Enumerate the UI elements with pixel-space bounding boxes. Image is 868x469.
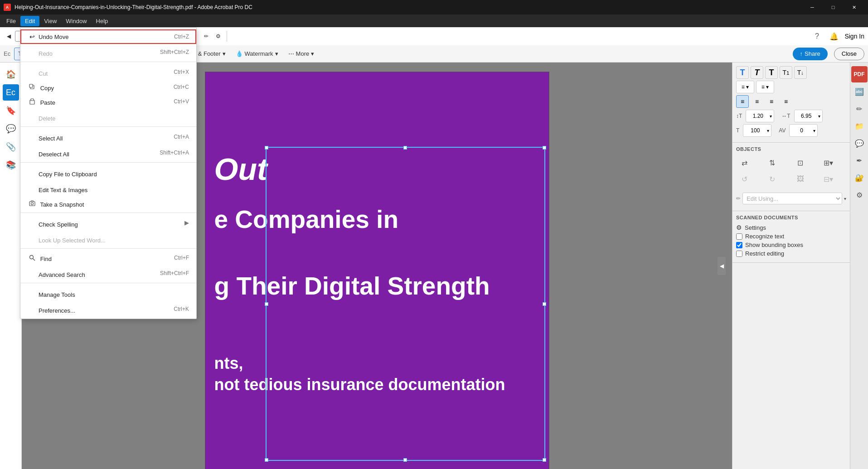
deselectall-shortcut: Shift+Ctrl+A (160, 150, 189, 156)
selectall-icon (28, 131, 37, 140)
paste-icon (28, 97, 37, 106)
selectall-shortcut: Ctrl+A (174, 134, 189, 140)
divider-3 (20, 162, 196, 163)
menu-find[interactable]: Find Ctrl+F (20, 251, 196, 265)
menu-redo[interactable]: Redo Shift+Ctrl+Z (20, 44, 196, 60)
lookup-icon (28, 233, 37, 242)
find-icon (28, 253, 37, 262)
menu-cut[interactable]: Cut Ctrl+X (20, 64, 196, 80)
menu-copyfile[interactable]: Copy File to Clipboard (20, 164, 196, 180)
managetools-icon (28, 288, 37, 297)
edittextimages-icon (28, 183, 37, 192)
copy-icon (28, 82, 37, 92)
menu-managetools[interactable]: Manage Tools (20, 285, 196, 301)
menu-delete[interactable]: Delete (20, 109, 196, 125)
svg-rect-4 (29, 202, 35, 206)
menu-undo[interactable]: ↩Undo Move Ctrl+Z (20, 29, 196, 44)
menu-advancedsearch[interactable]: Advanced Search Shift+Ctrl+F (20, 265, 196, 281)
menu-preferences[interactable]: Preferences... Ctrl+K (20, 301, 196, 317)
menu-copy[interactable]: Copy Ctrl+C (20, 80, 196, 94)
svg-rect-1 (29, 84, 33, 87)
menu-lookup[interactable]: Look Up Selected Word... (20, 231, 196, 247)
svg-point-5 (31, 203, 34, 205)
divider-6 (20, 283, 196, 283)
advancedsearch-shortcut: Shift+Ctrl+F (160, 270, 189, 276)
redo-shortcut: Shift+Ctrl+Z (160, 49, 189, 55)
divider-2 (20, 126, 196, 127)
checkspelling-arrow: ▶ (184, 219, 189, 226)
menu-checkspelling[interactable]: Check Spelling ▶ (20, 215, 196, 231)
find-shortcut: Ctrl+F (174, 255, 189, 261)
copyfile-icon (28, 167, 37, 176)
divider-1 (20, 62, 196, 62)
deselectall-icon (28, 147, 37, 156)
svg-point-6 (30, 256, 34, 259)
redo-icon (28, 47, 37, 56)
undo-icon: ↩ (28, 32, 37, 41)
cut-icon (28, 67, 37, 76)
divider-4 (20, 213, 196, 213)
menu-paste[interactable]: Paste Ctrl+V (20, 94, 196, 109)
svg-line-7 (33, 259, 35, 261)
cut-shortcut: Ctrl+X (174, 69, 189, 75)
delete-icon (28, 111, 37, 121)
menu-selectall[interactable]: Select All Ctrl+A (20, 129, 196, 145)
menu-snapshot[interactable]: Take a Snapshot (20, 196, 196, 211)
advancedsearch-icon (28, 268, 37, 277)
preferences-icon (28, 304, 37, 313)
divider-5 (20, 248, 196, 249)
menu-edittextimages[interactable]: Edit Text & Images (20, 180, 196, 196)
svg-rect-3 (31, 99, 34, 101)
paste-shortcut: Ctrl+V (174, 98, 189, 105)
copy-shortcut: Ctrl+C (174, 84, 189, 90)
edit-menu: ↩Undo Move Ctrl+Z Redo Shift+Ctrl+Z Cut … (20, 27, 197, 319)
menu-deselectall[interactable]: Deselect All Shift+Ctrl+A (20, 145, 196, 160)
preferences-shortcut: Ctrl+K (174, 306, 189, 312)
snapshot-icon (28, 199, 37, 208)
checkspelling-icon (28, 218, 37, 227)
undo-shortcut: Ctrl+Z (174, 34, 189, 40)
